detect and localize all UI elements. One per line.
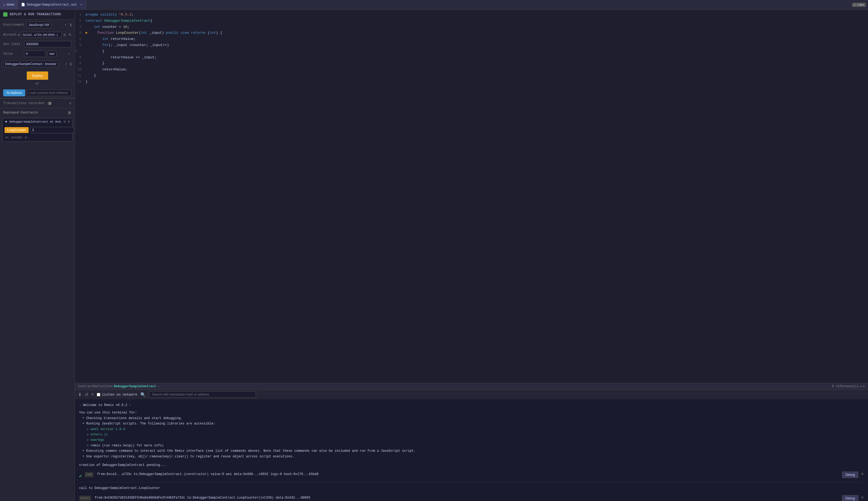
terminal-pending: creation of DebuggerSampleContract pendi… xyxy=(79,462,864,468)
tx2-label: [call] xyxy=(79,495,91,501)
code-editor: 1 pragma solidity ^0.5.1; 2 contract Deb… xyxy=(75,10,868,383)
tab-file[interactable]: 📄 DebuggerSampleContract.sol × xyxy=(18,0,86,9)
call-label: call to DebuggerSampleContract.LoopCount… xyxy=(79,486,864,491)
contract-select[interactable]: DebuggerSampleContract - browser xyxy=(3,61,58,67)
tx1-expand-button[interactable]: ∨ xyxy=(861,471,864,476)
contract-def-label: ContractDefinition xyxy=(78,385,113,388)
terminal-bullet1: • Checking transactions details and star… xyxy=(83,416,864,421)
value-label: Value xyxy=(3,52,22,56)
account-input[interactable] xyxy=(21,32,62,38)
terminal-output: - Welcome to Remix v0.9.2 - You can use … xyxy=(75,399,868,501)
terminal-lib2: ○ ethers.js xyxy=(87,432,864,437)
value-input[interactable] xyxy=(24,51,45,57)
code-line-8: 8 returnValue += _input; xyxy=(75,55,868,61)
account-row: Account ⊕ ⎘ ✎ xyxy=(0,30,75,39)
tx1-success-icon: ✔ xyxy=(79,472,82,480)
terminal-bullet2: • Running JavaScript scripts. The follow… xyxy=(83,421,864,426)
at-address-input[interactable] xyxy=(27,90,72,96)
scroll-down-button[interactable]: ⬇ xyxy=(78,392,81,397)
terminal-bullet3: • Executing common command to interact w… xyxy=(83,448,864,454)
environment-label: Environment xyxy=(3,23,24,27)
terminal-lib1: ○ web3 version 1.0.0 xyxy=(87,427,864,432)
contract-instance: ▼ DebuggerSampleContract at 0x692...77b5… xyxy=(2,118,73,141)
info-icon[interactable]: ℹ xyxy=(70,23,72,27)
code-line-10: 10 returnValue; xyxy=(75,67,868,73)
environment-select[interactable]: JavaScript VM xyxy=(26,22,51,28)
gas-limit-label: Gas limit xyxy=(3,42,22,46)
terminal-count: 0 xyxy=(91,393,94,397)
contract-row: DebuggerSampleContract - browser ℹ xyxy=(0,58,75,69)
code-line-9: 9 } xyxy=(75,61,868,67)
contract-def-arrow: → xyxy=(157,385,159,388)
code-line-5: 5 int returnValue; xyxy=(75,36,868,42)
listen-on-network-row: listen on network xyxy=(97,393,138,397)
account-plus-icon[interactable]: ⊕ xyxy=(18,33,20,37)
tx2-debug-button[interactable]: Debug xyxy=(842,495,858,501)
chevron-up-icon[interactable]: ∧ xyxy=(860,384,862,388)
transactions-header[interactable]: Transactions recorded: 1 ∨ xyxy=(0,98,75,108)
tx1-label: [vm] xyxy=(85,472,93,477)
instance-toggle-button[interactable]: ▼ xyxy=(4,120,8,124)
tab-close-icon[interactable]: × xyxy=(80,3,82,7)
code-line-6: 6 for(; _input <counter; _input++) xyxy=(75,42,868,49)
environment-select-wrapper: JavaScript VM xyxy=(26,22,68,28)
terminal-toolbar: ⬇ ↺ 0 listen on network 🔍 xyxy=(75,390,868,399)
tx2-expand-button[interactable]: ∨ xyxy=(861,495,864,499)
search-icon[interactable]: 🔍 xyxy=(140,392,146,397)
chevron-down-icon[interactable]: ∨ xyxy=(863,384,865,388)
terminal-bullets: • Checking transactions details and star… xyxy=(79,416,864,459)
function-result: 0: int256: 0 xyxy=(2,135,72,141)
function-input[interactable] xyxy=(30,127,74,133)
account-label: Account ⊕ xyxy=(3,33,19,37)
value-unit-wrapper: wei xyxy=(47,51,72,57)
value-row: Value wei xyxy=(0,49,75,58)
deploy-row: Deploy or xyxy=(0,69,75,88)
tx1-debug-button[interactable]: Debug xyxy=(842,471,858,478)
home-tab-label: Home xyxy=(7,3,14,7)
search-input[interactable] xyxy=(149,391,256,398)
loopcounter-button[interactable]: LoopCounter xyxy=(4,127,29,133)
tx-row-2: [call] from:0xCA35b7d915458EF540aDe6068d… xyxy=(79,493,864,501)
deployed-contracts-title: Deployed Contracts xyxy=(3,111,38,115)
left-panel: DEPLOY & RUN TRANSACTIONS Environment Ja… xyxy=(0,10,75,501)
file-icon: 📄 xyxy=(21,3,25,7)
trash-icon[interactable]: 🗑 xyxy=(68,110,72,115)
transactions-badge: 1 xyxy=(47,102,52,105)
gas-limit-input[interactable] xyxy=(24,41,72,47)
code-line-4: 4 ▶ function LoopCounter(int _input) pub… xyxy=(75,30,868,36)
tabs-count: 2 tabs xyxy=(852,3,866,7)
contract-def-bar: ContractDefinition DebuggerSampleContrac… xyxy=(75,383,868,390)
terminal-lib4: ○ remix (run remix.help() for more info) xyxy=(87,443,864,448)
or-text: or xyxy=(35,82,39,86)
terminal-lib3: ○ swarmgw xyxy=(87,437,864,443)
deploy-button[interactable]: Deploy xyxy=(27,72,48,80)
account-edit-icon[interactable]: ✎ xyxy=(68,32,72,38)
value-unit-select[interactable]: wei xyxy=(47,51,56,57)
instance-name: DebuggerSampleContract at 0x692...77b5 xyxy=(9,120,62,124)
clear-button[interactable]: ↺ xyxy=(85,392,88,397)
transactions-title: Transactions recorded: 1 xyxy=(3,102,52,105)
code-line-7: 7 - { xyxy=(75,49,868,55)
terminal-libs: ○ web3 version 1.0.0 ○ ethers.js ○ swarm… xyxy=(83,427,864,449)
account-copy-icon[interactable]: ⎘ xyxy=(63,32,66,38)
green-icon xyxy=(3,12,8,17)
instance-copy-button[interactable]: ⎘ xyxy=(64,120,66,124)
contract-info-icon[interactable]: ℹ xyxy=(70,62,72,66)
listen-label: listen on network xyxy=(102,393,138,397)
terminal-welcome: - Welcome to Remix v0.9.2 - xyxy=(79,403,864,408)
at-address-button[interactable]: At Address xyxy=(3,89,25,96)
file-tab-label: DebuggerSampleContract.sol xyxy=(27,3,77,7)
code-line-12: 12 } xyxy=(75,79,868,85)
instance-close-button[interactable]: ✕ xyxy=(67,120,70,124)
terminal-bullet4: • Use exports/.register(key, obj)/.remov… xyxy=(83,454,864,459)
at-address-row: At Address xyxy=(0,88,75,98)
listen-checkbox[interactable] xyxy=(97,393,100,396)
environment-row: Environment JavaScript VM ℹ xyxy=(0,20,75,30)
center-panel: 1 pragma solidity ^0.5.1; 2 contract Deb… xyxy=(75,10,868,501)
main-layout: DEPLOY & RUN TRANSACTIONS Environment Ja… xyxy=(0,10,868,501)
contract-def-name: DebuggerSampleContract xyxy=(114,385,156,388)
contract-select-wrapper: DebuggerSampleContract - browser xyxy=(3,61,68,67)
tab-home[interactable]: ⌂ Home xyxy=(0,0,18,9)
ref-count: 0 reference(s) ∧ ∨ xyxy=(832,384,865,388)
top-bar: ⌂ Home 📄 DebuggerSampleContract.sol × 2 … xyxy=(0,0,868,10)
